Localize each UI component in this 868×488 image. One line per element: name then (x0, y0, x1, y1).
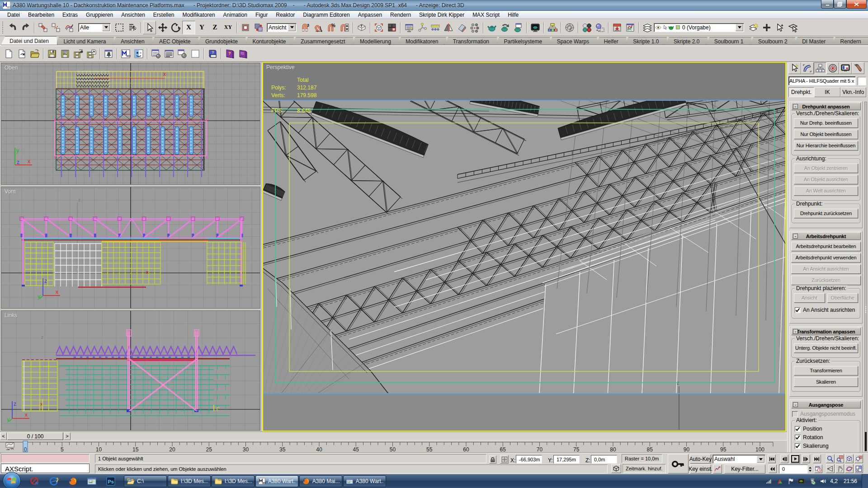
menu-item-gruppieren[interactable]: Gruppieren (82, 11, 117, 19)
menu-item-diagramm-editoren[interactable]: Diagramm Editoren (299, 11, 354, 19)
zoom-extents-all-button[interactable] (854, 454, 863, 463)
panel-button-an-ansicht-ausrichten[interactable]: An Ansicht ausrichten (791, 264, 861, 274)
menu-item-ansichten[interactable]: Ansichten (117, 11, 149, 19)
panel-button-arbeitsdrehpunkt-verwenden[interactable]: Arbeitsdrehpunkt verwenden (791, 253, 861, 263)
mode-vkn-info[interactable]: Vkn.-Info (840, 87, 866, 97)
tray-network-signal[interactable] (765, 477, 773, 485)
command-tab-create[interactable] (788, 62, 801, 74)
shelf-tab-licht-und-kamera[interactable]: Licht und Kamera (55, 37, 115, 45)
mode-ik[interactable]: IK (814, 87, 840, 97)
render-elements-button[interactable] (623, 21, 637, 34)
menu-item-reaktor[interactable]: Reaktor (272, 11, 299, 19)
prev-frame-button[interactable]: < (0, 432, 7, 440)
menu-item-erstellen[interactable]: Erstellen (149, 11, 179, 19)
select-and-rotate-button[interactable] (169, 21, 182, 34)
task-button-5[interactable]: A380 Wart... (343, 475, 386, 487)
shelf-tab-partikelsysteme[interactable]: Partikelsysteme (495, 37, 551, 45)
panel-button-nur-hierarchie-beeinflussen[interactable]: Nur Hierarchie beeinflussen (794, 141, 858, 150)
panel-button-nur-objekt-beeinflussen[interactable]: Nur Objekt beeinflussen (794, 130, 858, 139)
key-mode-toggle[interactable] (769, 465, 777, 473)
mode-drehpkt-[interactable]: Drehpkt. (788, 87, 814, 97)
save-selected-button[interactable] (85, 47, 98, 61)
panel-button-drehpunkt-zurücksetzen[interactable]: Drehpunkt zurücksetzen (794, 209, 858, 218)
selection-set-dropdown[interactable]: Auswahl (712, 455, 765, 464)
menu-item-animation[interactable]: Animation (219, 11, 251, 19)
percent-snap-button[interactable]: % (325, 21, 338, 34)
panel-button-an-objekt-zentrieren[interactable]: An Objekt zentrieren (794, 164, 858, 173)
platform-info-button[interactable] (132, 47, 145, 61)
keyboard-shortcut-override-button[interactable]: T (355, 21, 368, 34)
mirror-tool-button[interactable] (442, 21, 455, 34)
blank-button[interactable] (189, 47, 202, 61)
restrict-y-button[interactable]: Y (195, 21, 208, 34)
rollout-header[interactable]: -Ausgangspose (791, 401, 861, 408)
viewport-front-label[interactable]: Vorn (5, 188, 16, 195)
tray-nvidia[interactable] (797, 477, 805, 485)
shelf-tab-skripte-1-0[interactable]: Skripte 1.0 (624, 37, 668, 45)
quicklaunch-internet-explorer[interactable] (48, 476, 59, 487)
menu-item-modifikatoren[interactable]: Modifikatoren (179, 11, 219, 19)
array-button[interactable] (429, 21, 442, 34)
go-to-start-button[interactable] (768, 455, 776, 463)
undo-button[interactable] (6, 21, 19, 34)
edit-named-selections-button[interactable] (372, 21, 385, 34)
menu-item-anpassen[interactable]: Anpassen (354, 11, 386, 19)
render-production-button[interactable] (610, 21, 623, 34)
add-to-layer-button[interactable] (760, 21, 773, 34)
zoom-extents-button[interactable] (845, 454, 854, 463)
maxscript-listener-line[interactable] (1, 454, 90, 463)
open-mini-curve-editor-button[interactable] (5, 442, 15, 451)
shelf-tab-ansichten[interactable]: Ansichten (112, 37, 153, 45)
save-as-button[interactable] (58, 47, 71, 61)
restore-button[interactable] (834, 0, 846, 9)
window-crossing-button[interactable] (126, 21, 139, 34)
reference-coordinate-dropdown[interactable]: Ansicht (267, 23, 297, 32)
viewport-top-label[interactable]: Oben (5, 65, 18, 71)
command-tab-display[interactable] (839, 62, 852, 74)
absolute-offset-toggle[interactable] (500, 455, 509, 464)
tray-clock[interactable]: 21:56 (844, 478, 857, 484)
command-tab-modify[interactable] (801, 62, 814, 74)
selection-region-button[interactable] (113, 21, 126, 34)
camera-aperture-button[interactable] (563, 21, 576, 34)
start-button[interactable] (3, 472, 21, 488)
toolbar-grip[interactable] (2, 22, 5, 33)
command-tab-hierarchy[interactable] (814, 62, 826, 74)
menu-item-max-script[interactable]: MAX Script (468, 11, 504, 19)
rendered-frame-window-button[interactable] (528, 21, 542, 34)
restrict-z-button[interactable]: Z (208, 21, 222, 34)
checkbox-an-ansicht-ausrichten[interactable]: An Ansicht ausrichten (795, 307, 857, 313)
orbit-button[interactable] (845, 464, 854, 473)
panel-button-nur-drehp-beeinflussen[interactable]: Nur Drehp. beeinflussen (794, 118, 858, 128)
trackbar-ruler[interactable]: 0510152025303540455055606570758085909510… (0, 441, 787, 453)
set-key-button[interactable] (668, 454, 689, 474)
command-tab-motion[interactable] (826, 62, 839, 74)
open-file-button[interactable] (28, 47, 41, 61)
frame-number-field[interactable]: 0 (779, 465, 808, 474)
next-frame-button[interactable] (802, 455, 810, 463)
panel-button-transformieren[interactable]: Transformieren (794, 366, 858, 375)
viewport-perspective[interactable]: Perspektive zTotalPolys:312.187Verts:179… (262, 62, 786, 432)
tray-action-center-flag[interactable] (787, 477, 794, 485)
shelf-tab-grundobjekte[interactable]: Grundobjekte (197, 37, 247, 45)
select-and-move-button[interactable] (156, 21, 169, 34)
panel-button-an-welt-ausrichten[interactable]: An Welt ausrichten (794, 186, 858, 196)
viewport-perspective-label[interactable]: Perspektive (266, 64, 295, 70)
menu-item-skripte-dirk-kipper[interactable]: Skripte Dirk Kipper (415, 11, 468, 19)
viewport-front[interactable]: Vorn zxzxy (1, 187, 260, 309)
isolate-selection-toggle[interactable] (611, 464, 621, 473)
show-desktop-button[interactable] (862, 474, 868, 488)
go-to-end-button[interactable] (813, 455, 821, 463)
key-filter-button[interactable]: Key-Filter... (724, 465, 765, 474)
use-selection-center-button[interactable] (239, 21, 252, 34)
panel-button-ansicht[interactable]: Ansicht (794, 293, 825, 303)
time-configuration-button[interactable] (814, 465, 822, 473)
play-button[interactable] (790, 454, 800, 464)
task-button-0[interactable]: C:\ (124, 475, 167, 487)
shelf-tab-soulbourn-1[interactable]: Soulbourn 1 (706, 37, 752, 45)
menu-item-rendern[interactable]: Rendern (386, 11, 415, 19)
x-coord-field[interactable]: -66,903m (516, 455, 542, 464)
shelf-tab-datei-und-daten[interactable]: Datei und Daten (1, 36, 57, 45)
tray-usb[interactable] (808, 477, 816, 485)
checkbox-position[interactable]: Position (795, 426, 857, 432)
